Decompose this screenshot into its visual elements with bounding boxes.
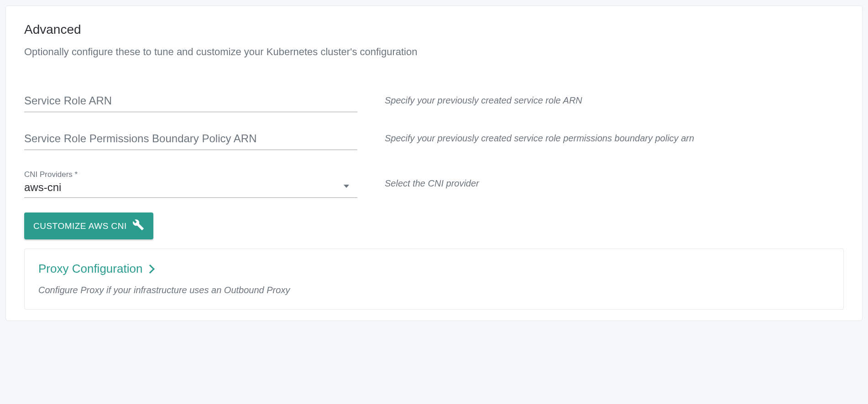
form-row-service-role-arn: Specify your previously created service … (24, 94, 844, 112)
form-row-permissions-boundary-arn: Specify your previously created service … (24, 132, 844, 150)
customize-aws-cni-label: CUSTOMIZE AWS CNI (33, 221, 127, 231)
chevron-down-icon (344, 185, 349, 188)
permissions-boundary-arn-helper: Specify your previously created service … (385, 133, 694, 143)
section-subtitle: Optionally configure these to tune and c… (24, 46, 844, 58)
cni-providers-value: aws-cni (24, 181, 61, 193)
customize-aws-cni-button[interactable]: CUSTOMIZE AWS CNI (24, 212, 153, 239)
proxy-configuration-card: Proxy Configuration Configure Proxy if y… (24, 249, 844, 310)
service-role-arn-helper: Specify your previously created service … (385, 95, 582, 105)
cni-providers-helper: Select the CNI provider (385, 178, 479, 188)
cni-providers-select[interactable]: aws-cni (24, 181, 357, 198)
proxy-configuration-title: Proxy Configuration (38, 262, 142, 276)
chevron-right-icon (146, 264, 155, 274)
wrench-icon (132, 219, 144, 233)
cni-providers-label: CNI Providers * (24, 170, 357, 179)
advanced-card: Advanced Optionally configure these to t… (5, 5, 863, 321)
form-row-cni-providers: CNI Providers * aws-cni Select the CNI p… (24, 170, 844, 198)
section-title: Advanced (24, 22, 844, 37)
service-role-arn-input[interactable] (24, 94, 357, 112)
permissions-boundary-arn-input[interactable] (24, 132, 357, 150)
proxy-configuration-description: Configure Proxy if your infrastructure u… (38, 285, 830, 295)
proxy-configuration-toggle[interactable]: Proxy Configuration (38, 262, 830, 276)
